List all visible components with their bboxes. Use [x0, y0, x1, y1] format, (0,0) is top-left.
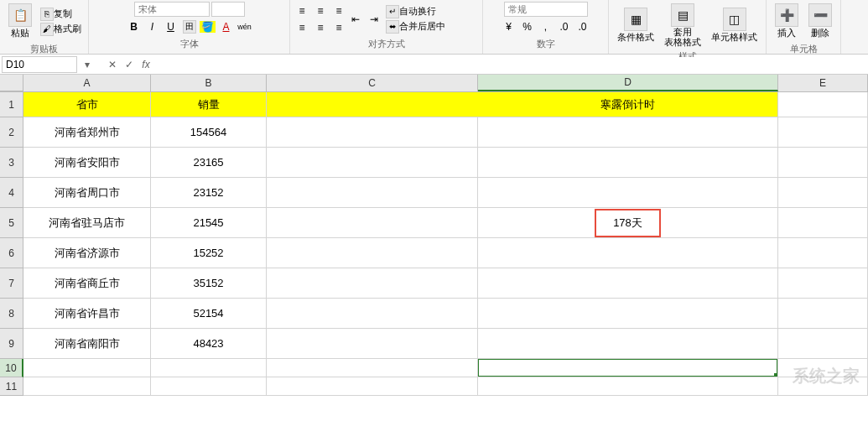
name-box-dropdown[interactable]: ▾	[79, 56, 96, 73]
cell-style-button[interactable]: ◫ 单元格样式	[706, 6, 762, 45]
cell-D3[interactable]	[478, 148, 778, 178]
indent-left-button[interactable]: ⇤	[347, 11, 364, 28]
cell-A4[interactable]: 河南省周口市	[23, 178, 151, 208]
table-format-button[interactable]: ▤ 套用 表格格式	[659, 2, 706, 49]
cell-D11[interactable]	[478, 377, 778, 396]
number-format-select[interactable]	[504, 2, 588, 17]
row-header-6[interactable]: 6	[0, 238, 23, 268]
percent-button[interactable]: %	[519, 18, 536, 35]
cell-E4[interactable]	[778, 178, 868, 208]
cell-A3[interactable]: 河南省安阳市	[23, 148, 151, 178]
cell-A7[interactable]: 河南省商丘市	[23, 268, 151, 299]
col-header-E[interactable]: E	[778, 75, 868, 91]
formula-input[interactable]	[154, 57, 868, 72]
cell-B8[interactable]: 52154	[151, 299, 267, 329]
copy-button[interactable]: ⎘ 复制	[37, 7, 85, 22]
fx-button[interactable]: fx	[138, 56, 154, 73]
cell-A11[interactable]	[23, 377, 151, 396]
cell-A5[interactable]: 河南省驻马店市	[23, 208, 151, 238]
dec-decimal-button[interactable]: .0	[574, 18, 591, 35]
inc-decimal-button[interactable]: .0	[556, 18, 573, 35]
insert-button[interactable]: ➕ 插入	[770, 2, 803, 41]
underline-button[interactable]: U	[163, 18, 179, 35]
cell-B5[interactable]: 21545	[151, 208, 267, 238]
cell-B3[interactable]: 23165	[151, 148, 267, 178]
cell-E11[interactable]	[778, 377, 868, 396]
cell-B4[interactable]: 23152	[151, 178, 267, 208]
cell-D10[interactable]	[478, 359, 778, 377]
row-header-9[interactable]: 9	[0, 329, 23, 359]
conditional-format-button[interactable]: ▦ 条件格式	[612, 6, 659, 45]
row-header-3[interactable]: 3	[0, 148, 23, 178]
align-left-button[interactable]: ≡	[294, 19, 310, 36]
row-header-10[interactable]: 10	[0, 359, 23, 377]
cell-D2[interactable]	[478, 117, 778, 148]
align-right-button[interactable]: ≡	[330, 19, 347, 36]
cell-C1[interactable]	[267, 92, 478, 117]
col-header-B[interactable]: B	[151, 75, 267, 91]
cell-E5[interactable]	[778, 208, 868, 238]
cell-C4[interactable]	[267, 178, 478, 208]
name-box[interactable]	[2, 56, 77, 73]
cell-B7[interactable]: 35152	[151, 268, 267, 299]
cell-A9[interactable]: 河南省南阳市	[23, 329, 151, 359]
col-header-D[interactable]: D	[478, 75, 778, 91]
cell-E7[interactable]	[778, 268, 868, 299]
cell-C7[interactable]	[267, 268, 478, 299]
cell-D9[interactable]	[478, 329, 778, 359]
font-size-select[interactable]	[211, 2, 245, 17]
row-header-2[interactable]: 2	[0, 117, 23, 148]
format-painter-button[interactable]: 🖌 格式刷	[37, 22, 85, 37]
row-header-7[interactable]: 7	[0, 268, 23, 299]
indent-right-button[interactable]: ⇥	[366, 11, 382, 28]
cell-B2[interactable]: 154564	[151, 117, 267, 148]
cell-E9[interactable]	[778, 329, 868, 359]
cell-C8[interactable]	[267, 299, 478, 329]
merge-center-button[interactable]: ⬌ 合并后居中	[382, 19, 449, 34]
row-header-4[interactable]: 4	[0, 178, 23, 208]
phonetic-button[interactable]: wén	[236, 18, 253, 35]
cell-E10[interactable]	[778, 359, 868, 377]
cell-D7[interactable]	[478, 268, 778, 299]
row-header-8[interactable]: 8	[0, 299, 23, 329]
col-header-A[interactable]: A	[23, 75, 151, 91]
cell-B6[interactable]: 15252	[151, 238, 267, 268]
cell-B1[interactable]: 销量	[151, 92, 267, 117]
cell-D1[interactable]: 寒露倒计时	[478, 92, 778, 117]
cell-A10[interactable]	[23, 359, 151, 377]
border-button[interactable]: 田	[181, 18, 198, 35]
delete-button[interactable]: ➖ 删除	[803, 2, 837, 41]
cell-A8[interactable]: 河南省许昌市	[23, 299, 151, 329]
bold-button[interactable]: B	[126, 18, 143, 35]
align-center-button[interactable]: ≡	[312, 19, 329, 36]
paste-button[interactable]: 📋 粘贴	[3, 2, 37, 41]
cell-E6[interactable]	[778, 238, 868, 268]
italic-button[interactable]: I	[144, 18, 161, 35]
select-all-corner[interactable]	[0, 75, 23, 91]
cell-C10[interactable]	[267, 359, 478, 377]
cancel-icon[interactable]: ✕	[104, 56, 121, 73]
currency-button[interactable]: ¥	[501, 18, 517, 35]
fill-color-button[interactable]: 🪣	[200, 18, 216, 35]
cell-D5[interactable]: 178天	[478, 208, 778, 238]
col-header-C[interactable]: C	[267, 75, 478, 91]
row-header-1[interactable]: 1	[0, 92, 23, 117]
confirm-icon[interactable]: ✓	[121, 56, 138, 73]
font-name-select[interactable]	[134, 2, 210, 17]
cell-A2[interactable]: 河南省郑州市	[23, 117, 151, 148]
comma-button[interactable]: ,	[538, 18, 554, 35]
cell-E2[interactable]	[778, 117, 868, 148]
cell-B9[interactable]: 48423	[151, 329, 267, 359]
cell-C6[interactable]	[267, 238, 478, 268]
font-color-button[interactable]: A	[218, 18, 235, 35]
cell-C3[interactable]	[267, 148, 478, 178]
cell-C11[interactable]	[267, 377, 478, 396]
cell-D8[interactable]	[478, 299, 778, 329]
row-header-5[interactable]: 5	[0, 208, 23, 238]
cell-D6[interactable]	[478, 238, 778, 268]
cell-C5[interactable]	[267, 208, 478, 238]
align-bottom-button[interactable]: ≡	[330, 3, 347, 19]
cell-B11[interactable]	[151, 377, 267, 396]
cell-A6[interactable]: 河南省济源市	[23, 238, 151, 268]
align-middle-button[interactable]: ≡	[312, 3, 329, 19]
